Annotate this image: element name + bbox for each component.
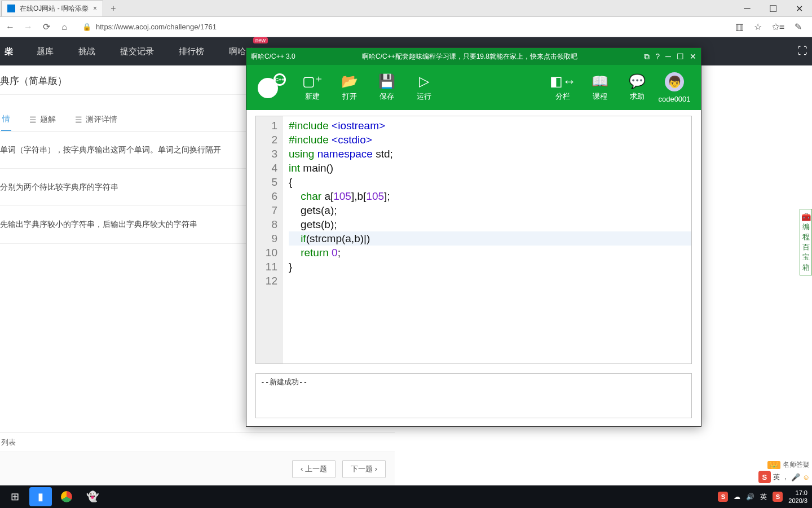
tab-favicon bbox=[7, 5, 15, 12]
new-file-icon: ▢⁺ bbox=[302, 73, 323, 89]
refresh-icon[interactable]: ⟳ bbox=[41, 21, 52, 32]
tab-title: 在线OJ网站 - 啊哈添柴 bbox=[20, 4, 89, 14]
sogou-tray-icon-2[interactable]: S bbox=[773, 492, 783, 502]
ide-toolbar: C++ ▢⁺新建 📂打开 💾保存 ▷运行 ◧↔分栏 📖课程 💬求助 👦code0… bbox=[246, 65, 701, 110]
tab-detail[interactable]: 情 bbox=[1, 108, 11, 131]
favorites-hub-icon[interactable]: ✩≡ bbox=[772, 21, 784, 32]
close-window-icon[interactable]: ✕ bbox=[786, 0, 812, 17]
nav-problems[interactable]: 题库 bbox=[24, 37, 66, 65]
help-icon[interactable]: ? bbox=[655, 52, 660, 61]
teacher-help[interactable]: 👑名师答疑 bbox=[767, 460, 810, 470]
briefcase-icon: 🧰 bbox=[800, 212, 811, 222]
back-icon[interactable]: ← bbox=[5, 22, 16, 32]
output-console[interactable]: --新建成功-- bbox=[255, 373, 692, 418]
ide-maximize-icon[interactable]: ☐ bbox=[677, 52, 684, 61]
maximize-icon[interactable]: ☐ bbox=[760, 0, 786, 17]
mic-icon: 🎤 bbox=[791, 473, 800, 481]
book-icon: 📖 bbox=[592, 73, 608, 89]
browser-tab-strip: 在线OJ网站 - 啊哈添柴 × + ─ ☐ ✕ bbox=[0, 0, 812, 17]
tray-lang[interactable]: 英 bbox=[760, 492, 767, 502]
list-icon: ☰ bbox=[29, 115, 37, 124]
reading-view-icon[interactable]: ▥ bbox=[735, 21, 744, 32]
browser-toolbar: ← → ⟳ ⌂ 🔒 https://www.acoj.com/challenge… bbox=[0, 17, 812, 37]
avatar-icon: 👦 bbox=[665, 72, 684, 91]
tab-solution[interactable]: ☰题解 bbox=[28, 108, 57, 131]
lock-icon: 🔒 bbox=[82, 23, 91, 31]
ide-logo: C++ bbox=[254, 73, 288, 102]
toolbox-label: 编程百宝箱 bbox=[800, 222, 811, 273]
crown-icon: 👑 bbox=[767, 461, 780, 469]
start-button[interactable]: ⊞ bbox=[3, 487, 26, 506]
ide-titlebar[interactable]: 啊哈C/C++ 3.0 啊哈C/C++配套趣味编程学习课，只要19.8就能在家上… bbox=[246, 48, 701, 65]
ide-promo-text[interactable]: 啊哈C/C++配套趣味编程学习课，只要19.8就能在家上，快来点击领取吧 bbox=[295, 52, 645, 62]
favorite-icon[interactable]: ☆ bbox=[754, 21, 762, 32]
open-file-button[interactable]: 📂打开 bbox=[331, 73, 368, 102]
list-icon: ☰ bbox=[75, 115, 82, 124]
next-button[interactable]: 下一题 › bbox=[342, 460, 386, 478]
close-icon[interactable]: × bbox=[93, 5, 97, 12]
address-bar[interactable]: 🔒 https://www.acoj.com/challenge/1761 bbox=[77, 21, 222, 32]
tray-cloud-icon[interactable]: ☁ bbox=[734, 493, 740, 501]
new-file-button[interactable]: ▢⁺新建 bbox=[294, 73, 331, 102]
home-icon[interactable]: ⌂ bbox=[59, 22, 70, 32]
taskbar-app-zoom[interactable]: ▮ bbox=[29, 487, 52, 506]
forward-icon[interactable]: → bbox=[23, 22, 34, 32]
line-gutter: 123456789101112 bbox=[256, 116, 283, 364]
split-icon: ◧↔ bbox=[550, 73, 576, 89]
help-button[interactable]: 💬求助 bbox=[619, 73, 656, 102]
taskbar: ⊞ ▮ 👻 S ☁ 🔊 英 S 17:0 2020/3 bbox=[0, 485, 812, 508]
url-text: https://www.acoj.com/challenge/1761 bbox=[96, 23, 217, 31]
play-icon: ▷ bbox=[419, 73, 429, 89]
ide-minimize-icon[interactable]: ─ bbox=[665, 52, 671, 61]
ime-indicator[interactable]: S 英 ， 🎤 ☺ bbox=[758, 471, 810, 483]
fullscreen-icon[interactable]: ⛶ bbox=[797, 45, 807, 57]
ide-title: 啊哈C/C++ 3.0 bbox=[251, 52, 295, 62]
list-button-row: 列表 bbox=[0, 432, 395, 452]
taskbar-clock[interactable]: 17:0 2020/3 bbox=[788, 489, 807, 505]
split-button[interactable]: ◧↔分栏 bbox=[544, 73, 581, 102]
run-button[interactable]: ▷运行 bbox=[405, 73, 443, 102]
brand-logo[interactable]: 柴 bbox=[0, 46, 24, 57]
tab-judge[interactable]: ☰测评详情 bbox=[74, 108, 118, 131]
user-account[interactable]: 👦code0001 bbox=[656, 72, 693, 103]
nav-submissions[interactable]: 提交记录 bbox=[108, 37, 166, 65]
code-editor[interactable]: 123456789101112 #include <iostream>#incl… bbox=[255, 116, 692, 364]
minimize-icon[interactable]: ─ bbox=[734, 0, 760, 17]
save-button[interactable]: 💾保存 bbox=[368, 73, 405, 102]
notes-icon[interactable]: ✎ bbox=[795, 21, 802, 32]
save-icon: 💾 bbox=[378, 73, 395, 89]
chat-icon: 💬 bbox=[629, 73, 646, 89]
prev-button[interactable]: ‹ 上一题 bbox=[292, 460, 336, 478]
browser-tab[interactable]: 在线OJ网站 - 啊哈添柴 × bbox=[1, 1, 103, 16]
sogou-icon: S bbox=[758, 471, 771, 483]
emoji-icon: ☺ bbox=[802, 473, 810, 481]
nav-ranking[interactable]: 排行榜 bbox=[166, 37, 217, 65]
course-button[interactable]: 📖课程 bbox=[581, 73, 619, 102]
new-tab-button[interactable]: + bbox=[105, 1, 121, 16]
toolbox-pin[interactable]: 🧰 编程百宝箱 bbox=[800, 209, 812, 275]
sogou-tray-icon[interactable]: S bbox=[718, 492, 728, 502]
taskbar-app-ahaide[interactable]: 👻 bbox=[81, 487, 104, 506]
new-badge: new bbox=[253, 37, 268, 43]
nav-challenge[interactable]: 挑战 bbox=[66, 37, 108, 65]
ide-window: 啊哈C/C++ 3.0 啊哈C/C++配套趣味编程学习课，只要19.8就能在家上… bbox=[246, 47, 701, 427]
tray-speaker-icon[interactable]: 🔊 bbox=[746, 493, 754, 501]
list-button[interactable]: 列表 bbox=[1, 437, 16, 448]
popout-icon[interactable]: ⧉ bbox=[644, 52, 650, 62]
pager: ‹ 上一题 下一题 › bbox=[0, 452, 395, 485]
open-folder-icon: 📂 bbox=[341, 73, 358, 89]
system-tray[interactable]: S ☁ 🔊 英 S 17:0 2020/3 bbox=[718, 489, 809, 505]
window-controls: ─ ☐ ✕ bbox=[734, 0, 812, 17]
ide-close-icon[interactable]: ✕ bbox=[690, 52, 696, 61]
code-area[interactable]: #include <iostream>#include <cstdio>usin… bbox=[283, 116, 691, 364]
taskbar-app-chrome[interactable] bbox=[55, 487, 78, 506]
